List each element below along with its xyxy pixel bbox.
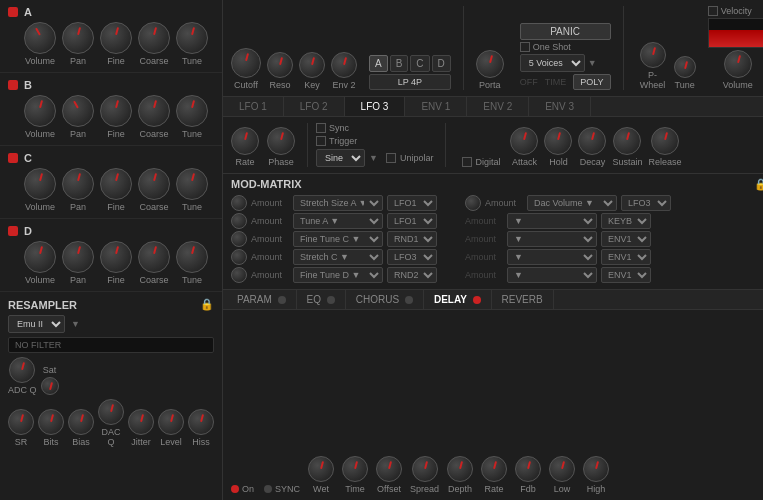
tab-param[interactable]: PARAM [227, 290, 297, 309]
tab-lfo2[interactable]: LFO 2 [284, 97, 345, 116]
unipolar-checkbox[interactable] [386, 153, 396, 163]
resampler-bits-knob[interactable] [38, 409, 64, 435]
oneshot-checkbox[interactable] [520, 42, 530, 52]
delay-fdb-knob[interactable] [515, 456, 541, 482]
mod-source-4a[interactable]: Stretch C ▼ [293, 249, 383, 265]
tab-delay[interactable]: DELAY [424, 290, 492, 309]
filter-tab-b[interactable]: B [390, 55, 409, 72]
mod-source-2a[interactable]: Tune A ▼ [293, 213, 383, 229]
env-release-knob[interactable] [651, 127, 679, 155]
channel-b-fine-knob[interactable] [100, 95, 132, 127]
resampler-bias-knob[interactable] [68, 409, 94, 435]
mod-source-3b[interactable]: ▼ [507, 231, 597, 247]
filter-type-dropdown[interactable]: LP 4P [369, 74, 451, 90]
channel-b-coarse-knob[interactable] [138, 95, 170, 127]
voice-count-dropdown[interactable]: 5 Voices [520, 54, 585, 72]
delay-offset-knob[interactable] [376, 456, 402, 482]
delay-low-knob[interactable] [549, 456, 575, 482]
channel-d-pan-knob[interactable] [62, 241, 94, 273]
env-hold-knob[interactable] [544, 127, 572, 155]
channel-a-volume-knob[interactable] [24, 22, 56, 54]
mod-dest-5b[interactable]: ENV1 ▼ [601, 267, 651, 283]
mod-source-5b[interactable]: ▼ [507, 267, 597, 283]
mod-dest-1a[interactable]: LFO1 ▼ [387, 195, 437, 211]
resampler-preset-dropdown[interactable]: Emu II [8, 315, 65, 333]
lfo-phase-knob[interactable] [267, 127, 295, 155]
channel-b-tune-knob[interactable] [176, 95, 208, 127]
channel-d-volume-knob[interactable] [24, 241, 56, 273]
resampler-sat-knob[interactable] [41, 377, 59, 395]
reso-knob[interactable] [267, 52, 293, 78]
tab-reverb[interactable]: REVERB [492, 290, 554, 309]
resampler-adcq-knob[interactable] [9, 357, 35, 383]
delay-high-knob[interactable] [583, 456, 609, 482]
mod-knob-2a[interactable] [231, 213, 247, 229]
channel-a-pan-knob[interactable] [62, 22, 94, 54]
mod-knob-3a[interactable] [231, 231, 247, 247]
mod-source-1a[interactable]: Stretch Size A ▼ [293, 195, 383, 211]
delay-rate-knob[interactable] [481, 456, 507, 482]
mod-dest-5a[interactable]: RND2 ▼ [387, 267, 437, 283]
tab-env3[interactable]: ENV 3 [529, 97, 591, 116]
mod-source-5a[interactable]: Fine Tune D ▼ [293, 267, 383, 283]
key-knob[interactable] [299, 52, 325, 78]
delay-spread-knob[interactable] [412, 456, 438, 482]
panic-button[interactable]: PANIC [520, 23, 611, 40]
pwheel-knob[interactable] [640, 42, 666, 68]
filter-tab-c[interactable]: C [410, 55, 429, 72]
mod-dest-3b[interactable]: ENV1 ▼ [601, 231, 651, 247]
tab-env2[interactable]: ENV 2 [467, 97, 529, 116]
tab-eq[interactable]: EQ [297, 290, 346, 309]
mod-source-1b[interactable]: Dac Volume ▼ [527, 195, 617, 211]
mod-knob-1a[interactable] [231, 195, 247, 211]
mod-source-4b[interactable]: ▼ [507, 249, 597, 265]
filter-tab-a[interactable]: A [369, 55, 388, 72]
channel-d-coarse-knob[interactable] [138, 241, 170, 273]
tab-env1[interactable]: ENV 1 [405, 97, 467, 116]
channel-a-fine-knob[interactable] [100, 22, 132, 54]
lfo-rate-knob[interactable] [231, 127, 259, 155]
channel-d-tune-knob[interactable] [176, 241, 208, 273]
resampler-jitter-knob[interactable] [128, 409, 154, 435]
sync-checkbox[interactable] [316, 123, 326, 133]
mod-source-3a[interactable]: Fine Tune C ▼ [293, 231, 383, 247]
mod-dest-4b[interactable]: ENV1 ▼ [601, 249, 651, 265]
trigger-checkbox[interactable] [316, 136, 326, 146]
tab-chorus[interactable]: CHORUS [346, 290, 424, 309]
mod-knob-5a[interactable] [231, 267, 247, 283]
channel-a-tune-knob[interactable] [176, 22, 208, 54]
delay-time-knob[interactable] [342, 456, 368, 482]
mod-knob-1b[interactable] [465, 195, 481, 211]
mod-dest-3a[interactable]: RND1 ▼ [387, 231, 437, 247]
resampler-dacq-knob[interactable] [98, 399, 124, 425]
env-sustain-knob[interactable] [613, 127, 641, 155]
env-decay-knob[interactable] [578, 127, 606, 155]
resampler-level-knob[interactable] [158, 409, 184, 435]
channel-c-coarse-knob[interactable] [138, 168, 170, 200]
mod-dest-2b[interactable]: KEYB ▼ [601, 213, 651, 229]
main-volume-knob[interactable] [724, 50, 752, 78]
tab-lfo3[interactable]: LFO 3 [345, 97, 406, 116]
channel-c-tune-knob[interactable] [176, 168, 208, 200]
mod-knob-4a[interactable] [231, 249, 247, 265]
cutoff-knob[interactable] [231, 48, 261, 78]
tune-knob[interactable] [674, 56, 696, 78]
channel-c-volume-knob[interactable] [24, 168, 56, 200]
lfo-waveform-dropdown[interactable]: Sine [316, 149, 365, 167]
mod-dest-2a[interactable]: LFO1 ▼ [387, 213, 437, 229]
channel-c-fine-knob[interactable] [100, 168, 132, 200]
delay-depth-knob[interactable] [447, 456, 473, 482]
mod-source-2b[interactable]: ▼ [507, 213, 597, 229]
digital-checkbox[interactable] [462, 157, 472, 167]
resampler-sr-knob[interactable] [8, 409, 34, 435]
env2-knob[interactable] [331, 52, 357, 78]
channel-c-pan-knob[interactable] [62, 168, 94, 200]
filter-tab-d[interactable]: D [432, 55, 451, 72]
tab-lfo1[interactable]: LFO 1 [223, 97, 284, 116]
delay-wet-knob[interactable] [308, 456, 334, 482]
env-attack-knob[interactable] [510, 127, 538, 155]
mod-dest-4a[interactable]: LFO3 ▼ [387, 249, 437, 265]
channel-a-coarse-knob[interactable] [138, 22, 170, 54]
channel-b-volume-knob[interactable] [24, 95, 56, 127]
channel-d-fine-knob[interactable] [100, 241, 132, 273]
